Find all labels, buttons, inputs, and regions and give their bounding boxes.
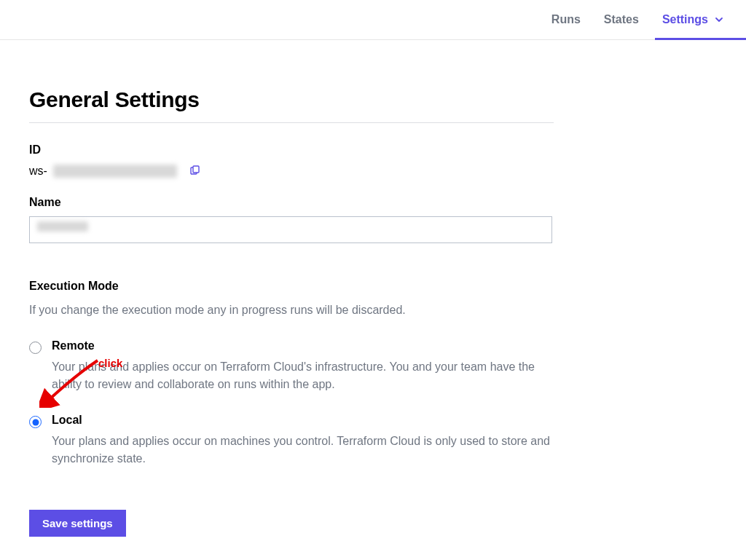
page-title: General Settings [29,87,554,112]
radio-title: Local [52,414,554,427]
tab-label: Runs [551,13,581,26]
save-settings-button[interactable]: Save settings [29,510,126,537]
radio-option-local[interactable]: Local Your plans and applies occur on ma… [29,414,554,468]
id-label: ID [29,143,554,157]
tab-label: Settings [662,13,708,26]
chevron-down-icon [714,15,724,25]
radio-content: Local Your plans and applies occur on ma… [52,414,554,468]
tab-states[interactable]: States [602,0,640,40]
radio-button-local[interactable] [29,416,42,428]
execution-mode-help: If you change the execution mode any in … [29,301,554,319]
radio-title: Remote [52,339,554,352]
title-divider [29,122,554,123]
content-area: General Settings ID ws- Name Execution M… [0,40,583,560]
tab-label: States [604,13,639,26]
copy-icon[interactable] [187,164,202,178]
name-input[interactable] [29,216,552,243]
button-label: Save settings [42,517,113,529]
radio-button-remote[interactable] [29,342,42,354]
top-nav: Runs States Settings [0,0,746,40]
svg-rect-1 [193,166,199,173]
name-label: Name [29,196,554,209]
id-value-redacted [53,165,177,178]
id-row: ws- [29,164,554,178]
tab-settings[interactable]: Settings [661,0,726,40]
id-prefix: ws- [29,165,47,178]
radio-content: Remote Your plans and applies occur on T… [52,339,554,393]
execution-mode-label: Execution Mode [29,280,554,293]
tab-runs[interactable]: Runs [550,0,582,40]
radio-option-remote[interactable]: Remote Your plans and applies occur on T… [29,339,554,393]
radio-desc: Your plans and applies occur on Terrafor… [52,358,554,393]
radio-desc: Your plans and applies occur on machines… [52,433,554,468]
name-value-redacted [37,221,88,232]
